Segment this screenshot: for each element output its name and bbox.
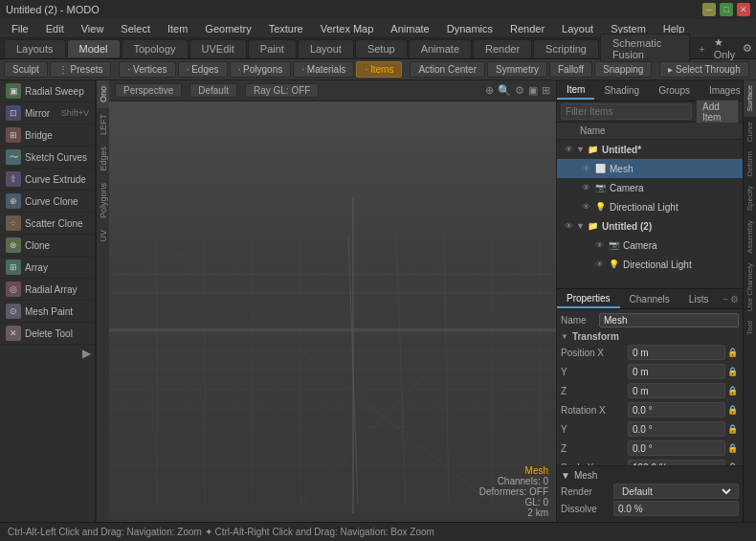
vp-icon3[interactable]: ⚙ xyxy=(515,84,524,97)
action-center-button[interactable]: Action Center xyxy=(410,61,485,78)
falloff-button[interactable]: Falloff xyxy=(549,61,592,78)
maximize-button[interactable]: □ xyxy=(720,3,733,16)
tool-mesh-paint[interactable]: ⊙ Mesh Paint xyxy=(0,301,95,323)
dissolve-value[interactable]: 0.0 % xyxy=(613,501,739,516)
tool-curve-extrude[interactable]: ⇧ Curve Extrude xyxy=(0,169,95,191)
strip-specify[interactable]: Specify xyxy=(744,181,756,215)
vp-icon2[interactable]: 🔍 xyxy=(498,84,511,97)
position-x-value[interactable]: 0 m xyxy=(628,345,725,360)
sidebar-expand[interactable]: ▶ xyxy=(0,345,95,362)
props-tab-lists[interactable]: Lists xyxy=(679,291,719,307)
pos-x-lock[interactable]: 🔒 xyxy=(725,348,739,357)
presets-button[interactable]: ⋮ Presets xyxy=(50,61,112,78)
tab-layouts[interactable]: Layouts xyxy=(4,39,66,57)
minimize-button[interactable]: ─ xyxy=(702,3,716,16)
vp-icon4[interactable]: ▣ xyxy=(528,84,538,97)
expand-triangle2[interactable]: ▼ xyxy=(576,221,586,231)
strip-surface[interactable]: Surface xyxy=(744,80,756,117)
strip-deform[interactable]: Deform xyxy=(744,147,756,181)
render-mode-button[interactable]: Default xyxy=(189,83,237,98)
rotation-z-value[interactable]: 0.0 ° xyxy=(628,440,725,456)
tab-animate[interactable]: Animate xyxy=(409,39,472,57)
strip-assembly[interactable]: Assembly xyxy=(744,215,756,259)
rot-y-lock[interactable]: 🔒 xyxy=(725,424,739,434)
vtab-edges[interactable]: Edges xyxy=(97,141,110,177)
props-collapse-icon[interactable]: − xyxy=(723,294,728,304)
render-dropdown[interactable]: Default xyxy=(618,485,734,498)
tool-clone[interactable]: ⊗ Clone xyxy=(0,235,95,257)
position-y-value[interactable]: 0 m xyxy=(628,364,725,379)
tab-scripting[interactable]: Scripting xyxy=(533,39,599,57)
strip-tool[interactable]: Tool xyxy=(744,316,756,340)
vis-toggle-mesh[interactable]: 👁 xyxy=(578,161,593,176)
pos-y-lock[interactable]: 🔒 xyxy=(725,367,739,376)
tab-item[interactable]: Item xyxy=(557,81,594,100)
edges-button[interactable]: · Edges xyxy=(178,61,228,78)
tab-setup[interactable]: Setup xyxy=(355,39,408,57)
tool-mirror[interactable]: ⊡ Mirror Shift+V xyxy=(0,102,95,124)
rot-x-lock[interactable]: 🔒 xyxy=(725,405,739,415)
tool-bridge[interactable]: ⊞ Bridge xyxy=(0,124,95,147)
close-button[interactable]: ✕ xyxy=(737,3,750,16)
tab-schematic[interactable]: Schematic Fusion xyxy=(600,34,690,63)
filter-items-input[interactable] xyxy=(561,103,692,120)
expand-triangle[interactable]: ▼ xyxy=(576,145,586,154)
vertices-button[interactable]: · Vertices xyxy=(119,61,175,78)
vtab-polygons[interactable]: Polygons xyxy=(97,177,110,224)
vp-icon1[interactable]: ⊕ xyxy=(485,84,494,97)
add-tab-button[interactable]: + xyxy=(691,41,712,56)
tab-layout[interactable]: Layout xyxy=(298,39,354,57)
vtab-uv[interactable]: UV xyxy=(97,224,110,248)
name-input[interactable] xyxy=(599,313,739,327)
materials-button[interactable]: · Materials xyxy=(293,61,354,78)
vp-icon5[interactable]: ⊞ xyxy=(542,84,550,97)
items-button[interactable]: · Items xyxy=(356,61,402,78)
scene-item-untitled2[interactable]: 👁 ▼ 📁 Untitled (2) xyxy=(557,216,743,236)
vis-toggle-light2[interactable]: 👁 xyxy=(591,257,607,272)
props-settings-icon[interactable]: ⚙ xyxy=(730,294,739,304)
vis-toggle-camera1[interactable]: 👁 xyxy=(578,180,593,195)
tool-curve-clone[interactable]: ⊕ Curve Clone xyxy=(0,191,95,213)
menu-item-vertex map[interactable]: Vertex Map xyxy=(313,21,382,36)
perspective-button[interactable]: Perspective xyxy=(115,83,182,98)
add-item-button[interactable]: Add Item xyxy=(696,100,739,124)
menu-item-item[interactable]: Item xyxy=(160,21,195,36)
settings-icon[interactable]: ⚙ xyxy=(743,42,752,55)
sculpt-button[interactable]: Sculpt xyxy=(4,61,48,78)
scene-item-light1[interactable]: 👁 💡 Directional Light xyxy=(557,197,743,216)
menu-item-layout[interactable]: Layout xyxy=(554,21,601,36)
vis-toggle-camera2[interactable]: 👁 xyxy=(591,237,607,253)
props-tab-channels[interactable]: Channels xyxy=(620,291,679,307)
tab-topology[interactable]: Topology xyxy=(122,39,189,57)
scene-item-untitled[interactable]: 👁 ▼ 📁 Untitled* xyxy=(557,140,743,159)
vtab-ono[interactable]: Ono xyxy=(97,80,110,108)
symmetry-button[interactable]: Symmetry xyxy=(487,61,547,78)
vis-toggle-untitled2[interactable]: 👁 xyxy=(561,218,576,234)
select-through-button[interactable]: ▸ Select Through xyxy=(659,61,748,78)
pos-z-lock[interactable]: 🔒 xyxy=(725,386,739,395)
tab-shading[interactable]: Shading xyxy=(594,82,649,99)
strip-use-channely[interactable]: Use Channely xyxy=(744,259,756,316)
strip-curve[interactable]: Curve xyxy=(744,117,756,147)
rot-z-lock[interactable]: 🔒 xyxy=(725,443,739,453)
menu-item-select[interactable]: Select xyxy=(113,21,158,36)
ray-gl-button[interactable]: Ray GL: OFF xyxy=(245,83,319,98)
menu-item-dynamics[interactable]: Dynamics xyxy=(439,21,500,36)
menu-item-view[interactable]: View xyxy=(74,21,112,36)
scene-item-light2[interactable]: 👁 💡 Directional Light xyxy=(557,255,743,274)
menu-item-animate[interactable]: Animate xyxy=(383,21,436,36)
tab-uvedit[interactable]: UVEdit xyxy=(189,39,247,57)
menu-item-file[interactable]: File xyxy=(4,21,36,36)
tab-render[interactable]: Render xyxy=(473,39,532,57)
render-value[interactable]: Default xyxy=(613,484,739,499)
tool-delete[interactable]: ✕ Delete Tool xyxy=(0,323,95,345)
menu-item-edit[interactable]: Edit xyxy=(38,21,72,36)
tab-model[interactable]: Model xyxy=(67,39,121,57)
vtab-left[interactable]: LEFT xyxy=(97,108,110,141)
tool-scatter-clone[interactable]: ⁘ Scatter Clone xyxy=(0,213,95,235)
tool-radial-array[interactable]: ◎ Radial Array xyxy=(0,279,95,301)
polygons-button[interactable]: · Polygons xyxy=(230,61,292,78)
tab-groups[interactable]: Groups xyxy=(649,82,700,99)
menu-item-render[interactable]: Render xyxy=(502,21,552,36)
tab-paint[interactable]: Paint xyxy=(248,39,297,57)
